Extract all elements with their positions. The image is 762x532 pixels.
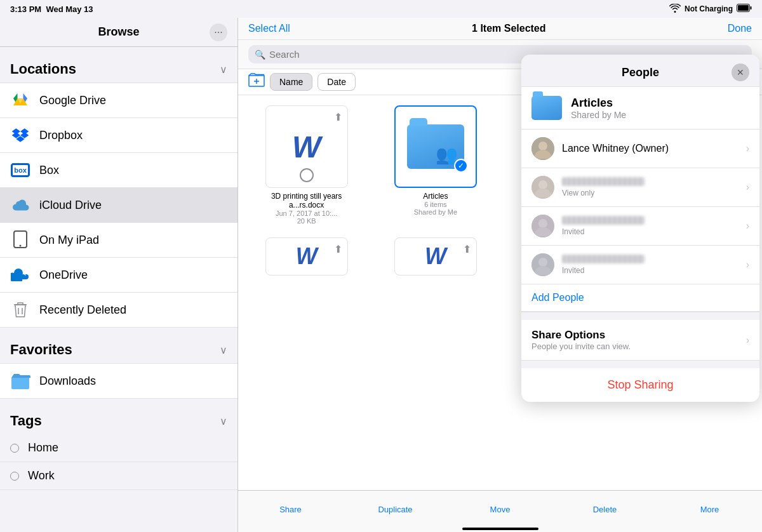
sidebar-item-label-dropbox: Dropbox [39, 129, 83, 142]
done-button[interactable]: Done [728, 23, 752, 34]
work-tag-circle [10, 472, 19, 481]
date-sort-button[interactable]: Date [318, 73, 356, 91]
select-all-button[interactable]: Select All [248, 23, 290, 34]
sidebar-item-label-ipad: On My iPad [39, 234, 99, 247]
svg-point-11 [20, 245, 22, 247]
share-button[interactable]: Share [238, 505, 343, 514]
sidebar-item-label-recently-deleted: Recently Deleted [39, 303, 126, 317]
duplicate-button[interactable]: Duplicate [343, 505, 448, 514]
stop-sharing-row[interactable]: Stop Sharing [521, 368, 759, 402]
status-right: Not Charging [669, 4, 752, 15]
file-items-2: 6 items [424, 201, 446, 208]
share-options-title: Share Options [531, 329, 746, 342]
lance-info: Lance Whitney (Owner) [562, 143, 746, 154]
people-list: Lance Whitney (Owner) › [521, 130, 759, 312]
upload-icon-1: ⬆ [334, 111, 342, 123]
gdrive-icon [10, 90, 30, 110]
person4-role: Invited [562, 266, 746, 275]
trash-icon [10, 300, 30, 320]
person4-avatar [531, 253, 554, 276]
sidebar-item-on-my-ipad[interactable]: On My iPad [0, 223, 237, 258]
file-name-2: Articles [423, 192, 448, 201]
locations-chevron: ∨ [220, 63, 227, 76]
tags-group: Home Work [0, 434, 237, 490]
move-button[interactable]: Move [448, 505, 552, 514]
people-panel-close-button[interactable]: ✕ [732, 63, 749, 81]
name-sort-button[interactable]: Name [270, 73, 312, 91]
delete-button[interactable]: Delete [552, 505, 657, 514]
sidebar-item-work-tag[interactable]: Work [0, 462, 237, 490]
word-doc-icon-6: W [425, 243, 446, 270]
person4-chevron: › [746, 259, 749, 270]
more-button[interactable]: More [657, 505, 762, 514]
favorites-title: Favorites [10, 342, 72, 358]
file-item-5[interactable]: W ⬆ [248, 237, 364, 276]
file-item-2[interactable]: 👥 ✓ Articles 6 items Shared by Me [377, 105, 493, 225]
status-time: 3:13 PM Wed May 13 [10, 4, 93, 14]
sidebar-item-dropbox[interactable]: Dropbox [0, 118, 237, 153]
folder-info-name: Articles [571, 96, 626, 110]
sidebar-item-recently-deleted[interactable]: Recently Deleted [0, 293, 237, 328]
sidebar-item-icloud-drive[interactable]: iCloud Drive [0, 188, 237, 223]
add-people-row[interactable]: Add People [521, 284, 759, 312]
home-bar [238, 528, 762, 532]
locations-group: Google Drive Dropbox [0, 83, 237, 328]
people-list-item-person4[interactable]: Invited › [521, 246, 759, 284]
file-meta-1: Jun 7, 2017 at 10:... [276, 209, 337, 217]
stop-sharing-button[interactable]: Stop Sharing [607, 378, 673, 391]
item-selected-label: 1 Item Selected [472, 23, 546, 34]
sidebar-item-google-drive[interactable]: Google Drive [0, 83, 237, 118]
wifi-icon [669, 4, 681, 15]
share-options-row[interactable]: Share Options People you invite can view… [521, 320, 759, 361]
tags-section-header: Tags ∨ [0, 399, 237, 434]
share-options-text: Share Options People you invite can view… [531, 329, 746, 351]
person3-chevron: › [746, 220, 749, 232]
sidebar-header: Browse ··· [0, 18, 237, 47]
file-shared-2: Shared by Me [414, 208, 457, 216]
svg-rect-2 [738, 5, 749, 11]
file-select-circle-1[interactable] [300, 168, 314, 182]
person4-info: Invited [562, 255, 746, 275]
sidebar-content: Locations ∨ [0, 47, 237, 532]
downloads-folder-icon [10, 371, 30, 391]
sidebar-item-downloads[interactable]: Downloads [0, 363, 237, 399]
folder-info-text: Articles Shared by Me [571, 96, 626, 120]
people-list-item-person3[interactable]: Invited › [521, 207, 759, 246]
battery-icon [737, 4, 752, 14]
icloud-icon [10, 195, 30, 215]
word-doc-icon-5: W [296, 243, 318, 270]
person2-avatar [531, 176, 554, 199]
svg-point-22 [538, 219, 547, 228]
sidebar-item-label-icloud: iCloud Drive [39, 199, 102, 212]
sidebar-item-home-tag[interactable]: Home [0, 434, 237, 462]
sidebar-item-onedrive[interactable]: OneDrive [0, 258, 237, 293]
sidebar-item-label-downloads: Downloads [39, 375, 96, 388]
file-item-6[interactable]: W ⬆ [377, 237, 493, 276]
person3-avatar [531, 215, 554, 237]
work-tag-label: Work [28, 469, 55, 482]
sidebar-more-button[interactable]: ··· [210, 23, 227, 41]
people-list-item-lance[interactable]: Lance Whitney (Owner) › [521, 130, 759, 168]
favorites-section-header: Favorites ∨ [0, 328, 237, 363]
person4-blurred-name [562, 255, 645, 263]
file-item-1[interactable]: W ⬆ 3D printing still years a...rs.docx … [248, 105, 364, 225]
people-panel: People ✕ Articles Shared by Me [521, 55, 759, 402]
folder-info-subtitle: Shared by Me [571, 110, 626, 120]
file-thumbnail-1: W ⬆ [265, 105, 348, 188]
sidebar-item-box[interactable]: box Box [0, 153, 237, 188]
new-folder-button[interactable] [248, 73, 265, 91]
lance-avatar [531, 137, 554, 160]
folder-info-row: Articles Shared by Me [521, 87, 759, 130]
locations-section-header: Locations ∨ [0, 47, 237, 83]
sidebar-item-label-onedrive: OneDrive [39, 269, 88, 282]
search-icon: 🔍 [255, 50, 265, 60]
file-size-1: 20 KB [297, 217, 316, 225]
sidebar: Browse ··· Locations ∨ [0, 18, 238, 532]
file-name-1: 3D printing still years a...rs.docx [265, 192, 348, 209]
people-panel-header: People ✕ [521, 55, 759, 87]
add-people-button[interactable]: Add People [531, 292, 584, 303]
bottom-toolbar: Share Duplicate Move Delete More [238, 490, 762, 528]
people-list-item-person2[interactable]: View only › [521, 168, 759, 207]
ipad-icon [10, 230, 30, 250]
file-thumbnail-2: 👥 ✓ [394, 105, 477, 188]
